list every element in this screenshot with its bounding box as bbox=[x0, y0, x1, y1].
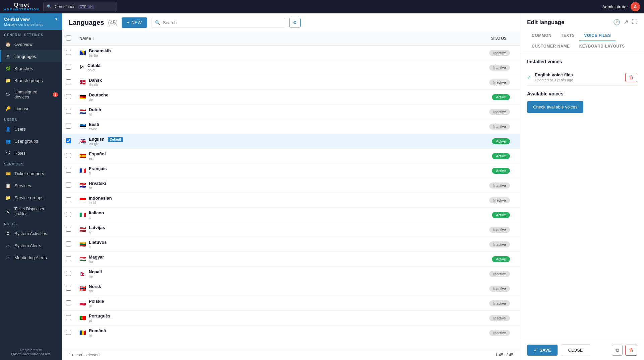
row-checkbox[interactable] bbox=[66, 256, 71, 261]
sidebar-item-ticket-numbers[interactable]: 🎫 Ticket numbers bbox=[0, 167, 62, 179]
sidebar-item-service-groups[interactable]: 📁 Service groups bbox=[0, 192, 62, 204]
voice-name: English voice files bbox=[535, 72, 622, 77]
table-row[interactable]: 🇪🇸 Español es Active bbox=[62, 149, 520, 163]
table-row[interactable]: 🇮🇹 Italiano it Active bbox=[62, 208, 520, 222]
command-search[interactable]: 🔍 Commands CTRL+K bbox=[43, 2, 117, 11]
row-checkbox[interactable] bbox=[66, 153, 71, 158]
save-checkmark-icon: ✓ bbox=[534, 348, 537, 353]
search-input[interactable] bbox=[163, 20, 281, 25]
table-row[interactable]: 🏳 Català ca-ct Inactive bbox=[62, 60, 520, 75]
table-row[interactable]: 🇳🇴 Norsk no Inactive bbox=[62, 281, 520, 296]
row-checkbox[interactable] bbox=[66, 65, 71, 70]
lang-code: lv bbox=[89, 230, 105, 234]
table-row[interactable]: 🇳🇱 Dutch nl Inactive bbox=[62, 104, 520, 119]
row-checkbox[interactable] bbox=[66, 271, 71, 276]
flag-icon: 🇩🇰 bbox=[79, 79, 86, 85]
table-row[interactable]: 🇬🇧 English Default en-gb Active bbox=[62, 134, 520, 149]
save-button[interactable]: ✓ SAVE bbox=[527, 345, 558, 356]
delete-button[interactable]: 🗑 bbox=[625, 345, 637, 356]
tab-voice-files[interactable]: VOICE FILES bbox=[579, 30, 616, 41]
share-icon[interactable]: ↗ bbox=[624, 19, 628, 26]
check-available-voices-button[interactable]: Check available voices bbox=[527, 101, 583, 113]
status-badge: Inactive bbox=[489, 271, 510, 277]
row-checkbox[interactable] bbox=[66, 286, 71, 291]
tab-texts[interactable]: TEXTS bbox=[556, 30, 579, 41]
row-checkbox[interactable] bbox=[66, 79, 71, 84]
row-checkbox[interactable] bbox=[66, 183, 71, 188]
row-checkbox[interactable] bbox=[66, 50, 71, 55]
filter-icon: ⚙ bbox=[293, 20, 297, 25]
sidebar-item-system-alerts[interactable]: ⚠ System Alerts bbox=[0, 239, 62, 251]
lang-code: pt bbox=[89, 318, 110, 322]
tab-common[interactable]: COMMON bbox=[527, 30, 556, 41]
search-box[interactable]: 🔍 bbox=[151, 18, 285, 27]
table-row[interactable]: 🇵🇱 Polskie pl Inactive bbox=[62, 296, 520, 311]
sidebar-item-overview[interactable]: 🏠 Overview bbox=[0, 38, 62, 50]
branch-groups-icon: 📁 bbox=[5, 77, 11, 83]
central-view-item[interactable]: Central view ▼ Manage central settings bbox=[0, 13, 62, 30]
flag-icon: 🇮🇩 bbox=[79, 197, 86, 203]
row-checkbox[interactable] bbox=[66, 138, 71, 143]
sidebar-item-branch-groups[interactable]: 📁 Branch groups bbox=[0, 74, 62, 86]
flag-icon: 🏳 bbox=[79, 65, 85, 71]
filter-button[interactable]: ⚙ bbox=[289, 18, 301, 27]
new-button[interactable]: + NEW bbox=[122, 17, 147, 28]
row-checkbox[interactable] bbox=[66, 212, 71, 217]
row-checkbox[interactable] bbox=[66, 227, 71, 232]
user-menu[interactable]: Administrator A bbox=[602, 2, 640, 11]
table-row[interactable]: 🇷🇴 Română ro Inactive bbox=[62, 326, 520, 340]
sidebar-item-unassigned[interactable]: 🛡 Unassigned devices 1 bbox=[0, 86, 62, 102]
table-row[interactable]: 🇳🇵 Nepali ne Inactive bbox=[62, 267, 520, 281]
table-row[interactable]: 🇫🇷 Français fr Active bbox=[62, 163, 520, 178]
voice-delete-button[interactable]: 🗑 bbox=[625, 73, 637, 82]
table-row[interactable]: 🇱🇻 Latvijas lv Inactive bbox=[62, 222, 520, 237]
lang-name: Bosanskih bbox=[89, 48, 111, 53]
languages-table: NAME ↑ STATUS 🇧🇦 Bosanskih bs-ba Inactiv… bbox=[62, 32, 520, 350]
sidebar-item-user-groups[interactable]: 👥 User groups bbox=[0, 135, 62, 147]
expand-icon[interactable]: ⛶ bbox=[632, 19, 637, 26]
license-icon: 🔑 bbox=[5, 105, 11, 112]
row-checkbox[interactable] bbox=[66, 197, 71, 202]
table-row[interactable]: 🇵🇹 Português pt Inactive bbox=[62, 311, 520, 326]
sidebar-item-license[interactable]: 🔑 License bbox=[0, 102, 62, 115]
table-row[interactable]: 🇩🇰 Dansk da-dk Inactive bbox=[62, 75, 520, 90]
lang-code: da-dk bbox=[89, 83, 102, 87]
lang-code: it bbox=[89, 215, 104, 219]
row-checkbox[interactable] bbox=[66, 168, 71, 173]
close-button[interactable]: CLOSE bbox=[561, 344, 590, 356]
section-users: USERS bbox=[0, 115, 62, 123]
pagination-range: 1-45 of 45 bbox=[495, 353, 513, 357]
select-all-checkbox[interactable] bbox=[66, 35, 71, 41]
table-row[interactable]: 🇱🇹 Lietuvos lt Inactive bbox=[62, 237, 520, 252]
table-row[interactable]: 🇧🇦 Bosanskih bs-ba Inactive bbox=[62, 45, 520, 60]
table-row[interactable]: 🇭🇷 Hrvatski hr Inactive bbox=[62, 178, 520, 193]
sidebar-item-system-activities[interactable]: ⚙ System Activities bbox=[0, 227, 62, 239]
tab-customer-name[interactable]: CUSTOMER NAME bbox=[527, 41, 575, 52]
tab-keyboard-layouts[interactable]: KEYBOARD LAYOUTS bbox=[575, 41, 630, 52]
sidebar-item-languages[interactable]: A Languages bbox=[0, 50, 62, 62]
flag-icon: 🇩🇪 bbox=[79, 94, 86, 100]
sidebar-item-ticket-dispenser[interactable]: 🖨 Ticket Dispenser profiles bbox=[0, 204, 62, 219]
lang-name: Deutsche bbox=[89, 92, 109, 97]
lang-name: Latvijas bbox=[89, 225, 105, 230]
sidebar-item-branches[interactable]: 🌿 Branches bbox=[0, 62, 62, 74]
copy-button[interactable]: ⧉ bbox=[612, 345, 623, 356]
table-row[interactable]: 🇩🇪 Deutsche de Active bbox=[62, 90, 520, 104]
table-row[interactable]: 🇭🇺 Magyar hu Active bbox=[62, 252, 520, 267]
sidebar-item-users[interactable]: 👤 Users bbox=[0, 123, 62, 135]
row-checkbox[interactable] bbox=[66, 241, 71, 246]
row-checkbox[interactable] bbox=[66, 300, 71, 305]
row-checkbox[interactable] bbox=[66, 124, 71, 129]
lang-name: English Default bbox=[89, 137, 123, 142]
sidebar-item-monitoring-alerts[interactable]: ⚠ Monitoring Alerts bbox=[0, 251, 62, 264]
row-checkbox[interactable] bbox=[66, 315, 71, 320]
table-row[interactable]: 🇪🇪 Eesti et-ee Inactive bbox=[62, 119, 520, 134]
row-checkbox[interactable] bbox=[66, 330, 71, 335]
right-panel-footer: ✓ SAVE CLOSE ⧉ 🗑 bbox=[520, 340, 644, 360]
row-checkbox[interactable] bbox=[66, 109, 71, 114]
sidebar-item-services[interactable]: 📋 Services bbox=[0, 179, 62, 192]
row-checkbox[interactable] bbox=[66, 94, 71, 99]
sidebar-item-roles[interactable]: 🛡 Roles bbox=[0, 147, 62, 159]
table-row[interactable]: 🇮🇩 Indonesian in-id Inactive bbox=[62, 193, 520, 208]
history-icon[interactable]: 🕐 bbox=[613, 19, 620, 26]
